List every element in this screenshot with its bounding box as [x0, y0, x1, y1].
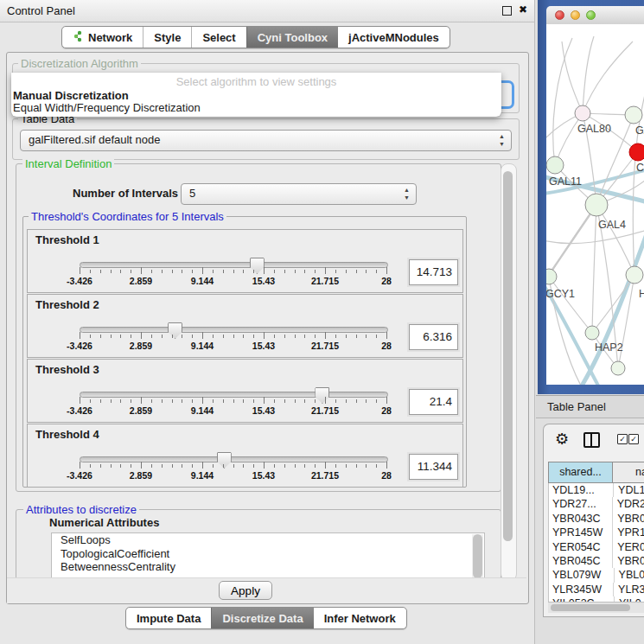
columns-icon[interactable]	[583, 432, 600, 448]
node-label: C	[636, 162, 644, 174]
slider-scale: -3.4262.859 9.14415.43 21.71528	[80, 276, 386, 286]
scrollbar-thumb[interactable]	[503, 171, 513, 541]
network-node[interactable]	[611, 361, 625, 375]
tab-network[interactable]: Network	[62, 27, 143, 48]
network-node[interactable]	[585, 194, 608, 216]
node-label: GAL11	[549, 175, 582, 188]
close-traffic-light[interactable]	[555, 10, 564, 20]
slider-scale: -3.4262.859 9.14415.43 21.71528	[80, 470, 386, 481]
tab-impute-data[interactable]: Impute Data	[126, 608, 211, 628]
combobox-spinner-icon: ▲▼	[499, 132, 505, 148]
list-scrollbar[interactable]	[472, 534, 483, 578]
node-label: GA	[635, 124, 644, 137]
table-row[interactable]: YBR045CYBR0	[549, 554, 644, 568]
control-panel-window: Control Panel ✖ Network Style Select	[0, 0, 535, 644]
network-node[interactable]	[546, 269, 557, 284]
cyni-toolbox-panel: Discretization Algorithm Select algorith…	[6, 52, 529, 604]
tab-infer-network[interactable]: Infer Network	[314, 608, 406, 628]
threshold-1-value-field[interactable]: 14.713	[409, 259, 458, 285]
table-row[interactable]: YLR345WYLR3	[549, 583, 644, 596]
node-label: HAP2	[595, 341, 623, 354]
node-label: GAL4	[598, 219, 626, 231]
attributes-to-discretize-group: Attributes to discretize Numerical Attri…	[16, 509, 501, 580]
table-body: YDL19...YDL1 YDR27...YDR2 YBR043CYBR0 YP…	[548, 483, 644, 602]
number-of-intervals-label: Number of Intervals	[73, 187, 178, 200]
float-window-icon[interactable]	[502, 6, 512, 16]
discretization-algorithm-label: Discretization Algorithm	[18, 57, 141, 70]
slider-ticks	[80, 332, 386, 341]
zoom-traffic-light[interactable]	[586, 10, 596, 20]
table-row[interactable]: YER054CYER0	[549, 540, 644, 554]
threshold-2-block: Threshold 2 -3.4262.859 9.14415.43 21.71…	[27, 294, 463, 358]
number-of-intervals-combobox[interactable]: 5 ▲▼	[181, 183, 417, 205]
table-header-row: shared... na	[548, 462, 644, 483]
list-item[interactable]: TopologicalCoefficient	[52, 547, 484, 561]
checkbox-icon[interactable]: ✓	[617, 434, 628, 444]
node-label: GAL80	[577, 123, 611, 135]
table-horizontal-scrollbar[interactable]	[548, 602, 644, 613]
app-root: Control Panel ✖ Network Style Select	[0, 0, 644, 644]
network-node[interactable]	[625, 106, 642, 124]
close-icon[interactable]: ✖	[519, 3, 527, 16]
panel-scrollbar[interactable]	[501, 163, 517, 581]
threshold-coordinates-group: Threshold's Coordinates for 5 Intervals …	[22, 216, 467, 488]
network-node[interactable]	[629, 143, 644, 161]
slider-ticks	[80, 397, 386, 405]
checkbox-icon[interactable]: ✓	[628, 434, 639, 444]
algorithm-dropdown-popup: Select algorithm to view settings Manual…	[11, 73, 501, 117]
column-header-shared-name[interactable]: shared...	[548, 462, 613, 483]
list-item[interactable]: BetweennessCentrality	[52, 560, 484, 574]
numerical-attributes-list[interactable]: SelfLoops TopologicalCoefficient Between…	[51, 532, 485, 580]
table-row[interactable]: YDL19...YDL1	[549, 483, 644, 497]
gear-icon[interactable]: ⚙	[555, 430, 569, 449]
node-label: GCY1	[546, 288, 575, 300]
dropdown-option-manual-discretization[interactable]: Manual Discretization	[13, 89, 129, 102]
apply-strip: Apply	[7, 577, 526, 603]
network-canvas[interactable]: GAL80GACGAL11GAL4GCY1HHAP2	[546, 24, 644, 385]
tab-select[interactable]: Select	[191, 27, 245, 48]
dropdown-placeholder: Select algorithm to view settings	[11, 75, 501, 88]
node-label: H	[639, 288, 644, 300]
threshold-3-block: Threshold 3 -3.4262.859 9.14415.43 21.71…	[27, 359, 463, 423]
threshold-4-block: Threshold 4 -3.4262.859 9.14415.43 21.71…	[27, 424, 463, 488]
network-node[interactable]	[546, 156, 564, 174]
threshold-coordinates-label: Threshold's Coordinates for 5 Intervals	[29, 210, 226, 223]
table-row[interactable]: YPR145WYPR1	[549, 526, 644, 539]
slider-ticks	[80, 462, 386, 470]
threshold-3-value-field[interactable]: 21.4	[409, 389, 458, 415]
combobox-spinner-icon: ▲▼	[404, 186, 410, 201]
scrollbar-thumb[interactable]	[551, 604, 630, 611]
slider-scale: -3.4262.859 9.14415.43 21.71528	[80, 341, 386, 351]
tab-style[interactable]: Style	[143, 27, 191, 48]
threshold-2-value-field[interactable]: 6.316	[409, 324, 458, 350]
threshold-4-value-field[interactable]: 11.344	[409, 454, 458, 480]
cyni-mode-tab-bar: Impute Data Discretize Data Infer Networ…	[125, 607, 407, 629]
tab-cyni-toolbox[interactable]: Cyni Toolbox	[246, 27, 338, 48]
minimize-traffic-light[interactable]	[571, 10, 580, 20]
table-row[interactable]: YBL079WYBL0	[549, 568, 644, 582]
network-icon	[73, 30, 84, 45]
control-panel-titlebar: Control Panel ✖	[0, 0, 534, 22]
interval-definition-group: Interval Definition Number of Intervals …	[16, 163, 501, 492]
tab-jactivemnodules[interactable]: jActiveMNodules	[338, 27, 450, 48]
network-window-titlebar	[546, 6, 644, 25]
column-header-name[interactable]: na	[612, 462, 644, 483]
table-row[interactable]: YDR27...YDR2	[549, 497, 644, 511]
table-panel-title: Table Panel	[536, 395, 644, 418]
table-row[interactable]: YBR043CYBR0	[549, 512, 644, 526]
slider-scale: -3.4262.859 9.14415.43 21.71528	[80, 405, 386, 416]
tab-discretize-data[interactable]: Discretize Data	[211, 608, 313, 628]
network-node[interactable]	[626, 266, 643, 284]
table-panel: ⚙ ✓ ✓ shared... na YDL19...YDL1 YDR27...…	[543, 424, 644, 617]
list-item[interactable]: SelfLoops	[52, 533, 484, 547]
dropdown-option-equal-width-frequency[interactable]: Equal Width/Frequency Discretization	[13, 101, 201, 114]
panel-title: Control Panel	[7, 4, 75, 17]
network-node[interactable]	[575, 105, 590, 121]
cyni-tab-bar: Network Style Select Cyni Toolbox jActiv…	[61, 26, 450, 48]
table-data-combobox[interactable]: galFiltered.sif default node ▲▼	[20, 130, 512, 151]
numerical-attributes-label: Numerical Attributes	[49, 516, 159, 529]
tab-label: Network	[88, 31, 132, 44]
apply-button[interactable]: Apply	[219, 581, 272, 600]
network-node[interactable]	[585, 326, 599, 340]
attributes-group-label: Attributes to discretize	[23, 503, 139, 516]
